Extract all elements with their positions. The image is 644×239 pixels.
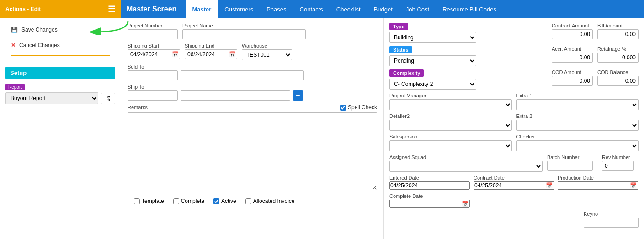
shipping-start-cal-icon[interactable]: 📅 xyxy=(172,51,179,58)
entered-date-input[interactable] xyxy=(389,181,470,190)
batch-number-group: Batch Number xyxy=(547,154,597,171)
complexity-select[interactable]: C- Complexity 2 xyxy=(389,79,476,90)
keyno-label: Keyno xyxy=(584,211,639,217)
ship-to-fields: + xyxy=(128,90,303,101)
retainage-pct-input[interactable] xyxy=(597,53,639,63)
bill-amount-input[interactable] xyxy=(597,29,639,39)
spell-check-label: Spell Check xyxy=(348,104,377,111)
extra2-select[interactable] xyxy=(516,120,639,131)
project-name-group: Project Name xyxy=(182,23,306,39)
detailer2-select[interactable] xyxy=(389,120,512,131)
template-checkbox[interactable] xyxy=(134,198,140,204)
sold-to-input-1[interactable] xyxy=(128,70,178,80)
tab-contacts[interactable]: Contacts xyxy=(293,0,330,18)
accr-amount-label: Accr. Amount xyxy=(552,46,593,52)
bill-amount-label: Bill Amount xyxy=(597,23,639,28)
checker-label: Checker xyxy=(516,134,639,139)
nav-title: Master Screen xyxy=(127,5,176,13)
sold-to-row: Sold To xyxy=(128,64,377,80)
assigned-squad-select[interactable] xyxy=(389,161,543,172)
allocated-invoice-checkbox[interactable] xyxy=(245,198,251,204)
salesperson-select[interactable] xyxy=(389,140,512,151)
tab-customers[interactable]: Customers xyxy=(218,0,260,18)
active-checkbox-item: Active xyxy=(213,198,236,204)
complexity-badge: Complexity xyxy=(389,69,424,77)
project-manager-select[interactable] xyxy=(389,99,512,110)
ship-to-input-2[interactable] xyxy=(181,90,290,101)
contract-amount-input[interactable] xyxy=(552,29,593,39)
shipping-end-group: Shipping End 📅 xyxy=(185,43,237,59)
project-number-group: Project Number xyxy=(128,23,178,39)
complete-date-cal-icon[interactable]: 📅 xyxy=(462,201,468,207)
print-button[interactable]: 🖨 xyxy=(101,93,115,104)
shipping-end-cal-icon[interactable]: 📅 xyxy=(229,51,236,58)
active-label: Active xyxy=(221,198,236,204)
tab-budget[interactable]: Budget xyxy=(367,0,399,18)
project-name-input[interactable] xyxy=(182,29,306,39)
contract-date-input[interactable] xyxy=(474,181,554,190)
ship-to-group: Ship To + xyxy=(128,84,303,101)
cod-balance-input[interactable] xyxy=(597,76,639,86)
remarks-header: Remarks Spell Check xyxy=(128,104,377,111)
tab-resource-bill-codes[interactable]: Resource Bill Codes xyxy=(436,0,503,18)
active-checkbox[interactable] xyxy=(213,198,219,204)
entered-date-wrapper xyxy=(389,181,470,190)
contract-date-cal-icon[interactable]: 📅 xyxy=(546,182,553,189)
type-row: Type Building Contract Amount Bill Amoun… xyxy=(389,23,639,43)
production-date-wrapper: 📅 xyxy=(558,181,638,190)
tab-master[interactable]: Master xyxy=(186,0,218,18)
cancel-button[interactable]: ✕ Cancel Changes xyxy=(5,37,115,53)
complete-date-input[interactable] xyxy=(389,200,470,208)
cod-amount-group: COD Amount xyxy=(552,69,593,86)
extra1-select[interactable] xyxy=(516,99,639,110)
setup-body: Report Buyout Report 🖨 xyxy=(5,79,115,109)
form-area: Project Number Project Name Shipping Sta… xyxy=(121,18,383,239)
top-nav: Master Screen Master Customers Phases Co… xyxy=(121,0,644,18)
template-checkbox-item: Template xyxy=(134,198,164,204)
right-panel: Type Building Contract Amount Bill Amoun… xyxy=(383,18,644,239)
cod-amount-input[interactable] xyxy=(552,76,593,86)
project-manager-group: Project Manager xyxy=(389,93,512,110)
tab-checklist[interactable]: Checklist xyxy=(330,0,367,18)
type-select[interactable]: Building xyxy=(389,32,476,43)
pm-extra1-row: Project Manager Extra 1 xyxy=(389,93,639,110)
cod-balance-label: COD Balance xyxy=(597,69,639,75)
report-select[interactable]: Buyout Report xyxy=(5,92,98,104)
save-icon: 💾 xyxy=(11,27,18,33)
cod-balance-group: COD Balance xyxy=(597,69,639,86)
complete-checkbox[interactable] xyxy=(173,198,179,204)
keyno-input[interactable] xyxy=(584,218,639,228)
accr-amount-input[interactable] xyxy=(552,53,593,63)
project-number-input[interactable] xyxy=(128,29,178,39)
project-row: Project Number Project Name xyxy=(128,23,377,39)
extra1-label: Extra 1 xyxy=(516,93,639,98)
complete-date-group: Complete Date 📅 xyxy=(389,193,470,208)
menu-icon[interactable]: ☰ xyxy=(108,4,115,14)
sold-to-input-2[interactable] xyxy=(181,70,304,80)
contract-date-group: Contract Date 📅 xyxy=(474,175,554,190)
production-date-input[interactable] xyxy=(558,181,638,190)
tab-phases[interactable]: Phases xyxy=(260,0,293,18)
type-badge: Type xyxy=(389,23,408,30)
ship-to-add-button[interactable]: + xyxy=(293,90,303,101)
cancel-icon: ✕ xyxy=(11,42,16,48)
ship-to-input-1[interactable] xyxy=(128,90,178,101)
spell-check-button[interactable]: Spell Check xyxy=(340,104,377,111)
report-badge: Report xyxy=(5,84,25,90)
checker-select[interactable] xyxy=(516,140,639,151)
rev-number-input[interactable] xyxy=(602,161,634,171)
detailer2-extra2-row: Detailer2 Extra 2 xyxy=(389,113,639,131)
spell-check-checkbox[interactable] xyxy=(340,105,346,111)
checkbox-row: Template Complete Active Allocated Invoi… xyxy=(128,194,377,208)
warehouse-select[interactable]: TEST001 xyxy=(242,49,292,60)
status-select[interactable]: Pending xyxy=(389,55,476,66)
salesperson-label: Salesperson xyxy=(389,134,512,139)
tab-job-cost[interactable]: Job Cost xyxy=(399,0,436,18)
main-content: Master Screen Master Customers Phases Co… xyxy=(121,0,644,239)
batch-number-input[interactable] xyxy=(547,161,593,171)
production-date-cal-icon[interactable]: 📅 xyxy=(630,182,637,189)
remarks-textarea[interactable] xyxy=(128,112,377,190)
allocated-invoice-checkbox-item: Allocated Invoice xyxy=(245,198,295,204)
project-manager-label: Project Manager xyxy=(389,93,512,98)
salesperson-group: Salesperson xyxy=(389,134,512,151)
